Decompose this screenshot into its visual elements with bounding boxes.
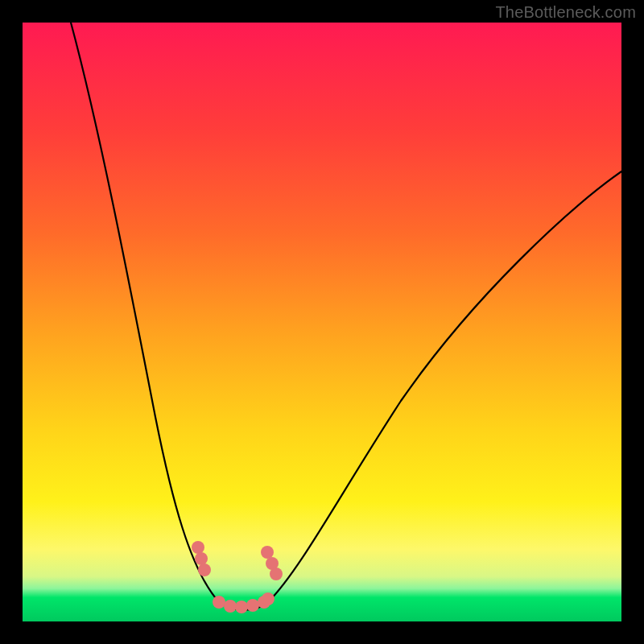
watermark-label: TheBottleneck.com: [495, 3, 636, 22]
curve-svg: [23, 23, 621, 621]
bottleneck-curve: [71, 23, 621, 610]
svg-point-11: [270, 568, 283, 580]
svg-point-8: [262, 592, 275, 605]
plot-area: [23, 23, 621, 621]
svg-point-9: [261, 546, 274, 559]
svg-point-5: [235, 601, 248, 613]
svg-point-2: [198, 564, 211, 576]
svg-point-0: [192, 541, 204, 554]
svg-point-3: [213, 596, 225, 609]
svg-point-4: [224, 600, 237, 613]
outer-frame: TheBottleneck.com: [0, 0, 644, 644]
svg-point-6: [246, 599, 259, 612]
svg-point-1: [195, 552, 208, 565]
marker-dots: [192, 541, 283, 613]
